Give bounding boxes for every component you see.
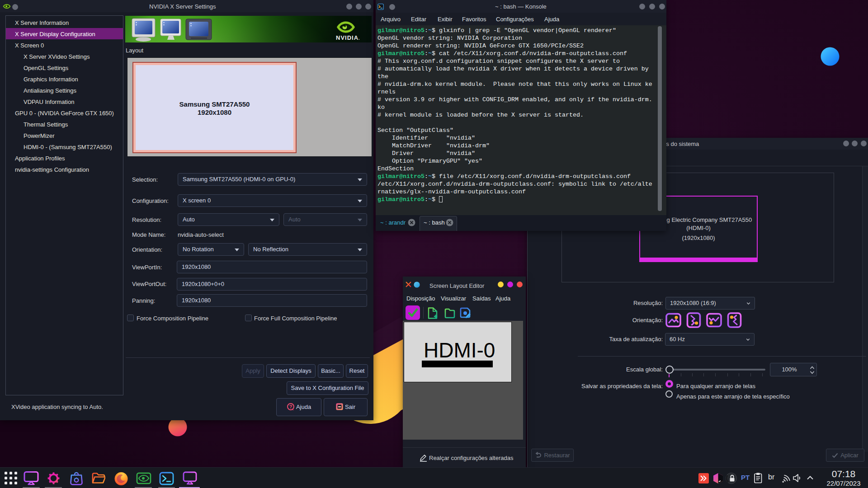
svg-text:?: ? <box>289 404 292 409</box>
